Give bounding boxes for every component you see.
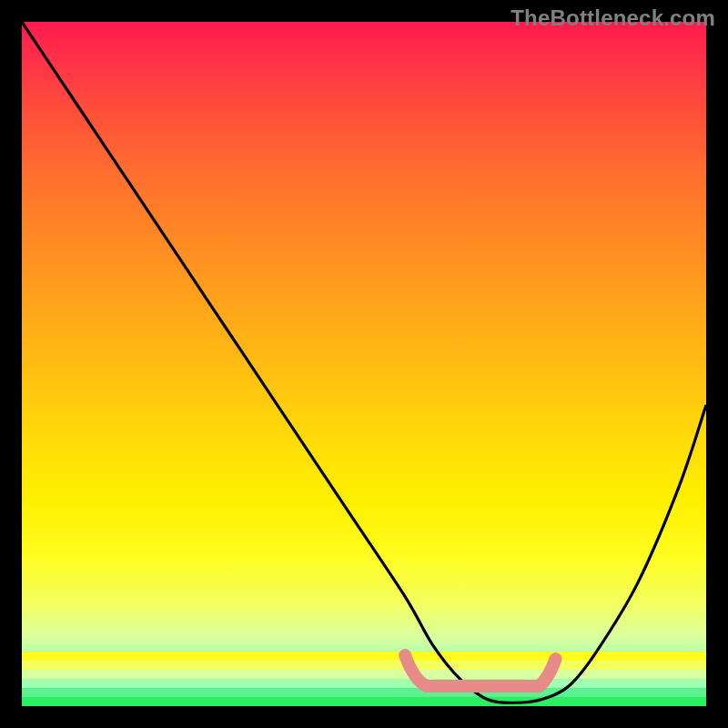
sweet-spot-band xyxy=(22,22,706,706)
chart-container: TheBottleneck.com xyxy=(0,0,728,728)
watermark-text: TheBottleneck.com xyxy=(511,5,715,31)
plot-area xyxy=(22,22,706,706)
